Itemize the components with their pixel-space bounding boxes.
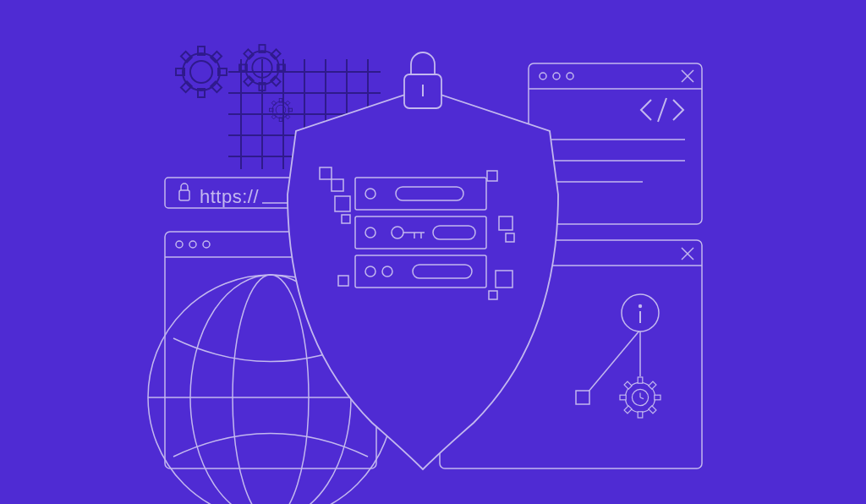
server-rack xyxy=(355,178,486,288)
security-illustration: https:// xyxy=(0,0,866,504)
lock-icon xyxy=(404,52,441,108)
svg-point-21 xyxy=(183,53,220,90)
svg-rect-106 xyxy=(342,215,350,223)
svg-rect-105 xyxy=(335,196,350,211)
svg-point-41 xyxy=(272,101,289,118)
svg-rect-78 xyxy=(638,412,643,418)
svg-point-12 xyxy=(190,61,212,83)
svg-rect-79 xyxy=(620,395,626,400)
svg-rect-108 xyxy=(499,216,512,230)
svg-rect-107 xyxy=(487,171,497,181)
svg-rect-112 xyxy=(338,276,348,286)
svg-rect-109 xyxy=(506,233,514,242)
svg-rect-104 xyxy=(332,179,343,191)
svg-rect-80 xyxy=(655,395,660,400)
svg-rect-43 xyxy=(179,190,189,200)
gear-icon-small xyxy=(265,94,297,126)
svg-rect-111 xyxy=(489,291,497,299)
svg-rect-74 xyxy=(576,391,589,404)
svg-rect-77 xyxy=(638,377,643,383)
illustration-svg xyxy=(0,0,866,504)
svg-point-72 xyxy=(639,304,642,308)
gear-icon-large-1 xyxy=(166,36,238,108)
svg-rect-103 xyxy=(320,167,332,179)
url-protocol-text: https:// xyxy=(200,186,259,208)
svg-rect-110 xyxy=(496,271,512,288)
